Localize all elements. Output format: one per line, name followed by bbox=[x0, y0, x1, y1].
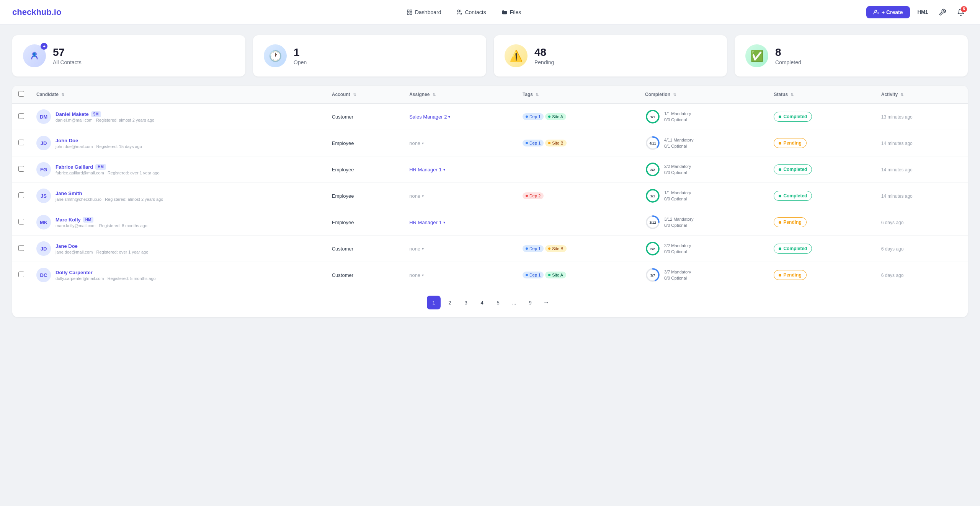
row-checkbox[interactable] bbox=[18, 192, 24, 198]
grid-icon bbox=[407, 9, 413, 15]
assignee-cell: none ▾ bbox=[403, 183, 516, 209]
page-9-button[interactable]: 9 bbox=[523, 296, 537, 309]
avatar: JD bbox=[36, 136, 51, 150]
col-assignee: Assignee ⇅ bbox=[403, 86, 516, 104]
candidate-email: jane.doe@mail.com Registered: over 1 yea… bbox=[56, 250, 148, 254]
candidate-info: Dolly Carpenter dolly.carpenter@mail.com… bbox=[56, 270, 156, 281]
page-4-button[interactable]: 4 bbox=[475, 296, 489, 309]
tag: Dep 1 bbox=[523, 272, 544, 278]
create-button[interactable]: + Create bbox=[866, 6, 910, 18]
row-checkbox[interactable] bbox=[18, 219, 24, 225]
tags-cell: Dep 1Site B bbox=[516, 236, 639, 262]
assignee-link[interactable]: Sales Manager 2 ▾ bbox=[409, 114, 510, 120]
table-row: MK Marc Kolly HM marc.kolly@mail.com Reg… bbox=[12, 209, 968, 236]
tag: Dep 1 bbox=[523, 140, 544, 146]
assignee-cell: none ▾ bbox=[403, 262, 516, 288]
tags-cell bbox=[516, 156, 639, 183]
table-row: JD Jane Doe jane.doe@mail.com Registered… bbox=[12, 236, 968, 262]
settings-button[interactable] bbox=[936, 5, 949, 19]
status-cell: Completed bbox=[768, 236, 875, 262]
candidate-name[interactable]: Marc Kolly HM bbox=[56, 217, 147, 223]
folder-icon bbox=[501, 9, 508, 15]
candidate-name[interactable]: Fabrice Gaillard HM bbox=[56, 164, 160, 170]
candidate-name[interactable]: Dolly Carpenter bbox=[56, 270, 156, 275]
col-candidate: Candidate ⇅ bbox=[30, 86, 326, 104]
col-activity: Activity ⇅ bbox=[875, 86, 968, 104]
main-content: 👤 ✦ 57 All Contacts 🕐 1 Open ⚠️ bbox=[0, 24, 980, 328]
assignee-link[interactable]: HR Manager 1 ▾ bbox=[409, 167, 510, 172]
stat-completed[interactable]: ✅ 8 Completed bbox=[735, 35, 968, 76]
status-cell: Pending bbox=[768, 209, 875, 236]
nav-dashboard[interactable]: Dashboard bbox=[400, 6, 448, 18]
assignee-none[interactable]: none ▾ bbox=[409, 140, 510, 146]
candidate-cell: MK Marc Kolly HM marc.kolly@mail.com Reg… bbox=[36, 215, 320, 229]
row-checkbox[interactable] bbox=[18, 113, 24, 119]
candidate-name[interactable]: John Doe bbox=[56, 138, 142, 143]
user-badge[interactable]: HM1 bbox=[915, 8, 931, 16]
notifications-button[interactable]: 6 bbox=[954, 5, 968, 19]
assignee-none[interactable]: none ▾ bbox=[409, 193, 510, 199]
logo[interactable]: checkhub.io bbox=[12, 7, 61, 17]
status-badge: Pending bbox=[774, 270, 806, 280]
status-cell: Completed bbox=[768, 183, 875, 209]
status-cell: Completed bbox=[768, 156, 875, 183]
page-5-button[interactable]: 5 bbox=[491, 296, 505, 309]
svg-rect-1 bbox=[410, 10, 412, 12]
candidate-cell: JD Jane Doe jane.doe@mail.com Registered… bbox=[36, 241, 320, 256]
candidate-name[interactable]: Jane Doe bbox=[56, 243, 148, 249]
tags-cell bbox=[516, 209, 639, 236]
completion-cell: 3/12 3/12 Mandatory 0/0 Optional bbox=[639, 209, 768, 236]
candidate-email: fabrice.gaillard@mail.com Registered: ov… bbox=[56, 171, 160, 175]
assignee-cell: HR Manager 1 ▾ bbox=[403, 156, 516, 183]
assignee-none[interactable]: none ▾ bbox=[409, 246, 510, 252]
pending-number: 48 bbox=[534, 46, 554, 59]
next-page-button[interactable]: → bbox=[539, 296, 553, 309]
page-2-button[interactable]: 2 bbox=[443, 296, 457, 309]
pending-icon: ⚠️ bbox=[505, 44, 528, 67]
completion-cell: 2/2 2/2 Mandatory 0/0 Optional bbox=[639, 236, 768, 262]
account-cell: Employee bbox=[326, 183, 403, 209]
assignee-none[interactable]: none ▾ bbox=[409, 272, 510, 278]
tags-cell: Dep 1Site A bbox=[516, 262, 639, 288]
row-checkbox[interactable] bbox=[18, 245, 24, 251]
svg-text:2/2: 2/2 bbox=[650, 168, 655, 172]
avatar: JD bbox=[36, 241, 51, 256]
status-badge: Completed bbox=[774, 191, 812, 201]
select-all-checkbox[interactable] bbox=[18, 91, 24, 97]
assignee-link[interactable]: HR Manager 1 ▾ bbox=[409, 220, 510, 225]
candidate-cell: DM Daniel Makete 5M daniel.m@mail.com Re… bbox=[36, 109, 320, 124]
activity-cell: 14 minutes ago bbox=[875, 183, 968, 209]
nav-links: Dashboard Contacts Files bbox=[400, 6, 527, 18]
candidate-info: Jane Smith jane.smith@checkhub.io Regist… bbox=[56, 190, 163, 202]
stat-all-contacts[interactable]: 👤 ✦ 57 All Contacts bbox=[12, 35, 245, 76]
completed-number: 8 bbox=[775, 46, 801, 59]
row-checkbox[interactable] bbox=[18, 272, 24, 277]
row-checkbox[interactable] bbox=[18, 140, 24, 145]
svg-text:3/7: 3/7 bbox=[650, 273, 655, 277]
status-cell: Pending bbox=[768, 130, 875, 156]
page-1-button[interactable]: 1 bbox=[427, 296, 441, 309]
nav-files[interactable]: Files bbox=[495, 6, 528, 18]
nav-contacts[interactable]: Contacts bbox=[450, 6, 492, 18]
candidate-info: Jane Doe jane.doe@mail.com Registered: o… bbox=[56, 243, 148, 254]
candidate-name[interactable]: Jane Smith bbox=[56, 190, 163, 196]
account-cell: Customer bbox=[326, 262, 403, 288]
completed-label: Completed bbox=[775, 59, 801, 65]
pagination: 1 2 3 4 5 ... 9 → bbox=[12, 288, 968, 317]
row-checkbox[interactable] bbox=[18, 166, 24, 172]
completion-cell: 3/7 3/7 Mandatory 0/0 Optional bbox=[639, 262, 768, 288]
stat-open[interactable]: 🕐 1 Open bbox=[253, 35, 486, 76]
candidate-cell: JD John Doe john.doe@mail.com Registered… bbox=[36, 136, 320, 150]
assignee-cell: none ▾ bbox=[403, 236, 516, 262]
stat-pending[interactable]: ⚠️ 48 Pending bbox=[494, 35, 727, 76]
status-badge: Pending bbox=[774, 138, 806, 148]
status-badge: Completed bbox=[774, 164, 812, 174]
tags-cell: Dep 2 bbox=[516, 183, 639, 209]
contacts-icon: 👤 ✦ bbox=[23, 44, 46, 67]
candidate-name[interactable]: Daniel Makete 5M bbox=[56, 111, 154, 117]
page-3-button[interactable]: 3 bbox=[459, 296, 473, 309]
tag: Site A bbox=[545, 272, 566, 278]
svg-rect-2 bbox=[407, 13, 409, 15]
status-cell: Pending bbox=[768, 262, 875, 288]
activity-cell: 14 minutes ago bbox=[875, 156, 968, 183]
